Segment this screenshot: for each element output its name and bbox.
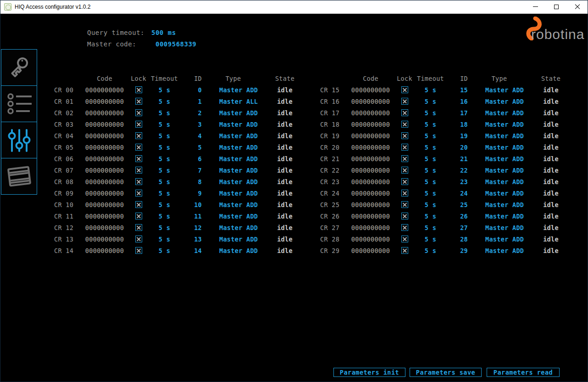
lock-checkbox[interactable] xyxy=(401,132,408,139)
lock-checkbox[interactable] xyxy=(401,86,408,93)
code-field[interactable]: 0000000000 xyxy=(79,107,130,119)
maximize-button[interactable] xyxy=(546,0,567,14)
timeout-value[interactable]: 5 s xyxy=(413,153,448,165)
type-value[interactable]: Master ADD xyxy=(205,142,262,153)
close-button[interactable] xyxy=(567,0,588,14)
type-value[interactable]: Master ADD xyxy=(471,96,528,107)
timeout-value[interactable]: 5 s xyxy=(147,107,182,119)
code-field[interactable]: 0000000000 xyxy=(79,188,130,199)
type-value[interactable]: Master ADD xyxy=(471,119,528,130)
type-value[interactable]: Master ADD xyxy=(205,84,262,96)
timeout-value[interactable]: 5 s xyxy=(147,142,182,153)
type-value[interactable]: Master ADD xyxy=(471,142,528,153)
timeout-value[interactable]: 5 s xyxy=(413,107,448,119)
master-code-value[interactable]: 0009568339 xyxy=(155,40,196,48)
code-field[interactable]: 0000000000 xyxy=(79,153,130,165)
timeout-value[interactable]: 5 s xyxy=(413,211,448,222)
timeout-value[interactable]: 5 s xyxy=(413,165,448,176)
timeout-value[interactable]: 5 s xyxy=(147,245,182,257)
sidebar-item-sliders-active[interactable] xyxy=(1,122,37,158)
lock-checkbox[interactable] xyxy=(135,121,142,128)
type-value[interactable]: Master ADD xyxy=(471,188,528,199)
type-value[interactable]: Master ADD xyxy=(471,176,528,188)
timeout-value[interactable]: 5 s xyxy=(147,222,182,234)
code-field[interactable]: 0000000000 xyxy=(345,176,396,188)
code-field[interactable]: 0000000000 xyxy=(79,211,130,222)
code-field[interactable]: 0000000000 xyxy=(345,84,396,96)
code-field[interactable]: 0000000000 xyxy=(79,142,130,153)
parameters-init-button[interactable]: Parameters init xyxy=(333,368,405,377)
code-field[interactable]: 0000000000 xyxy=(345,119,396,130)
sidebar-item-card[interactable] xyxy=(1,158,37,195)
lock-checkbox[interactable] xyxy=(401,144,408,151)
type-value[interactable]: Master ADD xyxy=(471,107,528,119)
type-value[interactable]: Master ADD xyxy=(471,165,528,176)
lock-checkbox[interactable] xyxy=(135,224,142,231)
code-field[interactable]: 0000000000 xyxy=(345,96,396,107)
timeout-value[interactable]: 5 s xyxy=(147,153,182,165)
lock-checkbox[interactable] xyxy=(135,178,142,185)
code-field[interactable]: 0000000000 xyxy=(79,165,130,176)
timeout-value[interactable]: 5 s xyxy=(413,130,448,142)
type-value[interactable]: Master ADD xyxy=(205,234,262,245)
type-value[interactable]: Master ADD xyxy=(205,222,262,234)
lock-checkbox[interactable] xyxy=(401,247,408,254)
type-value[interactable]: Master ADD xyxy=(205,130,262,142)
lock-checkbox[interactable] xyxy=(135,132,142,139)
code-field[interactable]: 0000000000 xyxy=(345,199,396,211)
type-value[interactable]: Master ALL xyxy=(205,96,262,107)
timeout-value[interactable]: 5 s xyxy=(147,119,182,130)
code-field[interactable]: 0000000000 xyxy=(345,211,396,222)
lock-checkbox[interactable] xyxy=(401,167,408,174)
minimize-button[interactable] xyxy=(525,0,546,14)
type-value[interactable]: Master ADD xyxy=(471,84,528,96)
code-field[interactable]: 0000000000 xyxy=(79,234,130,245)
lock-checkbox[interactable] xyxy=(401,201,408,208)
type-value[interactable]: Master ADD xyxy=(471,234,528,245)
code-field[interactable]: 0000000000 xyxy=(345,107,396,119)
type-value[interactable]: Master ADD xyxy=(205,199,262,211)
timeout-value[interactable]: 5 s xyxy=(413,84,448,96)
lock-checkbox[interactable] xyxy=(135,155,142,162)
type-value[interactable]: Master ADD xyxy=(205,153,262,165)
timeout-value[interactable]: 5 s xyxy=(413,119,448,130)
lock-checkbox[interactable] xyxy=(401,213,408,219)
timeout-value[interactable]: 5 s xyxy=(147,188,182,199)
code-field[interactable]: 0000000000 xyxy=(79,84,130,96)
timeout-value[interactable]: 5 s xyxy=(413,222,448,234)
lock-checkbox[interactable] xyxy=(135,236,142,242)
lock-checkbox[interactable] xyxy=(135,247,142,254)
code-field[interactable]: 0000000000 xyxy=(79,119,130,130)
code-field[interactable]: 0000000000 xyxy=(345,234,396,245)
lock-checkbox[interactable] xyxy=(401,236,408,242)
lock-checkbox[interactable] xyxy=(401,178,408,185)
lock-checkbox[interactable] xyxy=(135,201,142,208)
timeout-value[interactable]: 5 s xyxy=(147,211,182,222)
code-field[interactable]: 0000000000 xyxy=(345,222,396,234)
lock-checkbox[interactable] xyxy=(135,144,142,151)
lock-checkbox[interactable] xyxy=(135,190,142,197)
sidebar-item-key[interactable] xyxy=(1,49,37,86)
lock-checkbox[interactable] xyxy=(401,98,408,105)
timeout-value[interactable]: 5 s xyxy=(413,96,448,107)
parameters-save-button[interactable]: Parameters save xyxy=(410,368,482,377)
timeout-value[interactable]: 5 s xyxy=(147,176,182,188)
code-field[interactable]: 0000000000 xyxy=(345,153,396,165)
type-value[interactable]: Master ADD xyxy=(471,199,528,211)
type-value[interactable]: Master ADD xyxy=(205,176,262,188)
timeout-value[interactable]: 5 s xyxy=(413,188,448,199)
timeout-value[interactable]: 5 s xyxy=(413,142,448,153)
code-field[interactable]: 0000000000 xyxy=(79,222,130,234)
type-value[interactable]: Master ADD xyxy=(471,153,528,165)
type-value[interactable]: Master ADD xyxy=(205,165,262,176)
query-timeout-value[interactable]: 500 ms xyxy=(151,29,176,36)
type-value[interactable]: Master ADD xyxy=(205,245,262,257)
code-field[interactable]: 0000000000 xyxy=(79,176,130,188)
lock-checkbox[interactable] xyxy=(401,109,408,116)
code-field[interactable]: 0000000000 xyxy=(79,96,130,107)
parameters-read-button[interactable]: Parameters read xyxy=(487,368,560,377)
type-value[interactable]: Master ADD xyxy=(471,130,528,142)
type-value[interactable]: Master ADD xyxy=(205,107,262,119)
code-field[interactable]: 0000000000 xyxy=(345,165,396,176)
type-value[interactable]: Master ADD xyxy=(205,119,262,130)
